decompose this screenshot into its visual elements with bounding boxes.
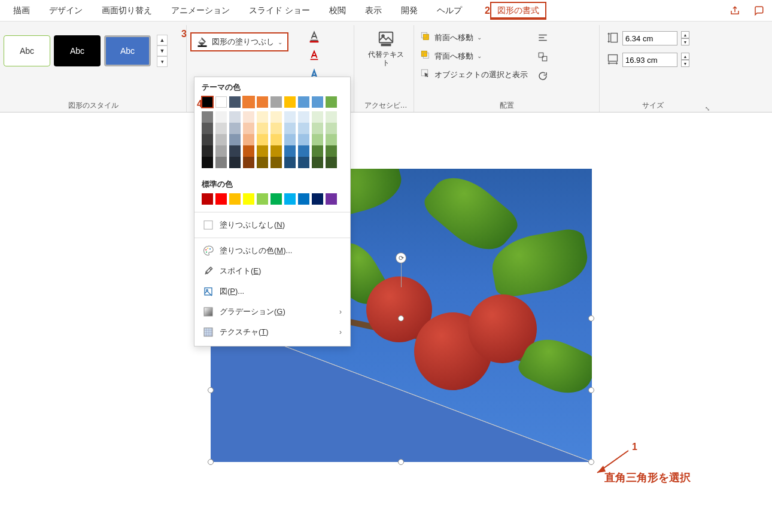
shade-color-swatch[interactable]: [202, 145, 213, 157]
standard-color-swatch[interactable]: [270, 193, 282, 205]
tab-developer[interactable]: 開発: [393, 2, 426, 20]
tab-design[interactable]: デザイン: [41, 2, 91, 20]
shade-color-swatch[interactable]: [298, 145, 309, 157]
style-gallery-more[interactable]: ▾: [157, 56, 168, 67]
shade-color-swatch[interactable]: [270, 145, 282, 157]
tab-animation[interactable]: アニメーション: [163, 2, 238, 20]
standard-color-swatch[interactable]: [326, 193, 337, 205]
shade-color-swatch[interactable]: [257, 111, 268, 123]
shade-color-swatch[interactable]: [326, 145, 337, 157]
shade-color-swatch[interactable]: [257, 123, 268, 134]
shade-color-swatch[interactable]: [312, 157, 323, 168]
theme-color-swatch[interactable]: [215, 96, 227, 108]
resize-handle[interactable]: [398, 459, 404, 465]
bring-forward-button[interactable]: 前面へ移動 ⌄: [418, 30, 530, 45]
resize-handle[interactable]: [208, 387, 214, 393]
resize-handle[interactable]: [398, 315, 404, 321]
shade-color-swatch[interactable]: [298, 134, 309, 145]
tab-slideshow[interactable]: スライド ショー: [241, 2, 318, 20]
shade-color-swatch[interactable]: [202, 157, 213, 168]
dialog-launcher-size[interactable]: ⤡: [705, 105, 710, 112]
theme-color-swatch[interactable]: [229, 96, 241, 108]
shade-color-swatch[interactable]: [215, 145, 227, 157]
shade-color-swatch[interactable]: [215, 123, 227, 134]
theme-color-swatch[interactable]: [202, 96, 213, 108]
shape-fill-button[interactable]: 図形の塗りつぶし ⌄: [190, 32, 288, 51]
style-preset-3[interactable]: Abc: [104, 35, 151, 66]
shade-color-swatch[interactable]: [243, 123, 254, 134]
shade-color-swatch[interactable]: [257, 157, 268, 168]
shade-color-swatch[interactable]: [229, 134, 241, 145]
standard-color-swatch[interactable]: [312, 193, 323, 205]
shade-color-swatch[interactable]: [270, 134, 282, 145]
shade-color-swatch[interactable]: [270, 123, 282, 134]
eyedropper-item[interactable]: スポイト(E): [194, 261, 350, 281]
shade-color-swatch[interactable]: [215, 111, 227, 123]
style-gallery-up[interactable]: ▲: [157, 35, 168, 45]
shade-color-swatch[interactable]: [257, 145, 268, 157]
resize-handle[interactable]: [208, 459, 214, 465]
shade-color-swatch[interactable]: [202, 134, 213, 145]
shade-color-swatch[interactable]: [243, 145, 254, 157]
shade-color-swatch[interactable]: [298, 111, 309, 123]
shade-color-swatch[interactable]: [326, 111, 337, 123]
comments-icon[interactable]: [750, 2, 767, 19]
standard-color-swatch[interactable]: [257, 193, 268, 205]
shade-color-swatch[interactable]: [326, 157, 337, 168]
theme-color-swatch[interactable]: [312, 96, 323, 108]
standard-color-swatch[interactable]: [215, 193, 227, 205]
shade-color-swatch[interactable]: [284, 134, 296, 145]
no-fill-item[interactable]: 塗りつぶしなし(N): [194, 215, 350, 235]
tab-draw[interactable]: 描画: [5, 2, 38, 20]
more-fill-colors-item[interactable]: 塗りつぶしの色(M)...: [194, 241, 350, 261]
width-up[interactable]: ▲: [681, 53, 689, 60]
tab-transition[interactable]: 画面切り替え: [93, 2, 160, 20]
style-preset-2[interactable]: Abc: [54, 35, 101, 66]
shade-color-swatch[interactable]: [202, 111, 213, 123]
shade-color-swatch[interactable]: [243, 157, 254, 168]
align-button[interactable]: [536, 31, 549, 44]
shade-color-swatch[interactable]: [215, 134, 227, 145]
standard-color-swatch[interactable]: [284, 193, 296, 205]
shade-color-swatch[interactable]: [284, 111, 296, 123]
text-outline-icon[interactable]: [304, 48, 324, 63]
shade-color-swatch[interactable]: [298, 157, 309, 168]
selection-pane-button[interactable]: オブジェクトの選択と表示: [418, 67, 530, 82]
shade-color-swatch[interactable]: [326, 123, 337, 134]
theme-color-swatch[interactable]: [243, 96, 254, 108]
standard-color-swatch[interactable]: [229, 193, 241, 205]
share-icon[interactable]: [727, 2, 743, 19]
theme-color-swatch[interactable]: [326, 96, 337, 108]
width-down[interactable]: ▼: [681, 60, 689, 67]
picture-fill-item[interactable]: 図(P)...: [194, 281, 350, 302]
shade-color-swatch[interactable]: [284, 157, 296, 168]
theme-color-swatch[interactable]: [298, 96, 309, 108]
shade-color-swatch[interactable]: [284, 145, 296, 157]
theme-color-swatch[interactable]: [257, 96, 268, 108]
standard-color-swatch[interactable]: [202, 193, 213, 205]
standard-color-swatch[interactable]: [243, 193, 254, 205]
tab-review[interactable]: 校閲: [321, 2, 354, 20]
shade-color-swatch[interactable]: [229, 145, 241, 157]
height-input[interactable]: [622, 31, 677, 45]
shade-color-swatch[interactable]: [270, 157, 282, 168]
texture-fill-item[interactable]: テクスチャ(T) ›: [194, 322, 350, 342]
gradient-fill-item[interactable]: グラデーション(G) ›: [194, 302, 350, 322]
shade-color-swatch[interactable]: [229, 157, 241, 168]
shade-color-swatch[interactable]: [229, 111, 241, 123]
shade-color-swatch[interactable]: [202, 123, 213, 134]
style-preset-1[interactable]: Abc: [4, 35, 50, 66]
standard-color-swatch[interactable]: [298, 193, 309, 205]
shade-color-swatch[interactable]: [215, 157, 227, 168]
theme-color-swatch[interactable]: [284, 96, 296, 108]
tab-shape-format[interactable]: 図形の書式: [490, 2, 546, 20]
rotation-handle[interactable]: ⟳: [396, 253, 406, 263]
shade-color-swatch[interactable]: [312, 145, 323, 157]
shade-color-swatch[interactable]: [312, 134, 323, 145]
send-backward-button[interactable]: 背面へ移動 ⌄: [418, 48, 530, 63]
tab-view[interactable]: 表示: [357, 2, 390, 20]
shade-color-swatch[interactable]: [229, 123, 241, 134]
tab-help[interactable]: ヘルプ: [428, 2, 470, 20]
style-gallery-down[interactable]: ▼: [157, 45, 168, 56]
slide-canvas[interactable]: ⟳ 1 直角三角形を選択: [0, 113, 772, 531]
